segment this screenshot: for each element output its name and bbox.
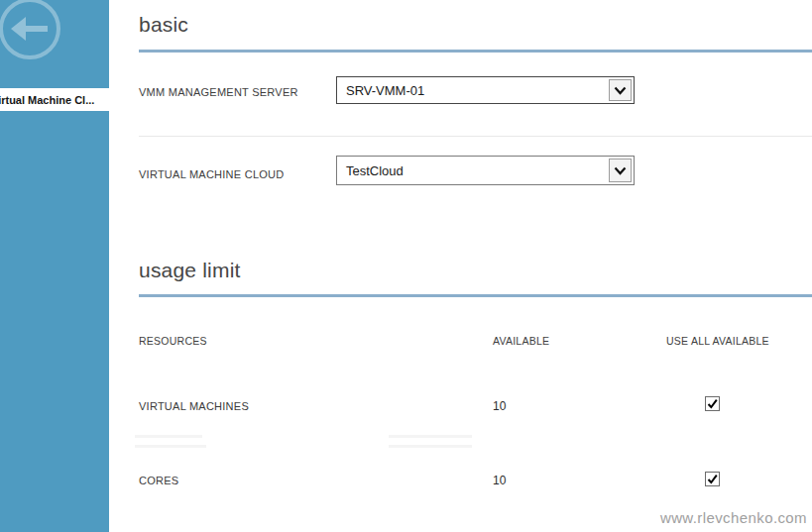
faint-divider: [135, 435, 202, 438]
basic-section-title: basic: [139, 13, 188, 37]
column-header-use-all-available: USE ALL AVAILABLE: [666, 335, 769, 347]
checkmark-icon: [706, 397, 719, 410]
usage-limit-section-title: usage limit: [139, 259, 241, 282]
faint-divider: [389, 435, 472, 438]
back-arrow-circle-icon: [0, 0, 63, 62]
column-header-resources: RESOURCES: [139, 335, 207, 347]
vmm-management-server-value: SRV-VMM-01: [346, 77, 424, 103]
resource-name: CORES: [139, 475, 178, 486]
basic-section-rule: [139, 50, 812, 53]
resource-name: VIRTUAL MACHINES: [139, 400, 249, 412]
virtual-machine-cloud-select[interactable]: TestCloud: [336, 156, 635, 185]
sidebar-item-label: Virtual Machine Cl...: [0, 94, 94, 106]
faint-divider: [389, 445, 472, 448]
chevron-down-icon: [614, 86, 627, 95]
sidebar-item-virtual-machine-clouds[interactable]: Virtual Machine Cl...: [0, 88, 109, 111]
field-separator: [139, 136, 812, 137]
available-value: 10: [493, 399, 506, 413]
virtual-machine-cloud-value: TestCloud: [346, 157, 404, 184]
dropdown-button[interactable]: [609, 159, 632, 182]
dropdown-button[interactable]: [609, 79, 632, 101]
vmm-management-server-label: VMM MANAGEMENT SERVER: [139, 86, 298, 98]
back-button[interactable]: [0, 0, 63, 62]
use-all-available-checkbox[interactable]: [705, 396, 720, 411]
wizard-page: Virtual Machine Cl... basic VMM MANAGEME…: [0, 0, 812, 532]
available-value: 10: [493, 474, 506, 487]
checkmark-icon: [706, 473, 719, 485]
watermark: www.rlevchenko.com: [660, 509, 807, 526]
use-all-available-checkbox[interactable]: [705, 472, 720, 486]
sidebar: Virtual Machine Cl...: [0, 0, 109, 532]
column-header-available: AVAILABLE: [493, 335, 549, 347]
faint-divider: [135, 445, 206, 448]
chevron-down-icon: [614, 166, 627, 175]
vmm-management-server-select[interactable]: SRV-VMM-01: [336, 76, 635, 104]
virtual-machine-cloud-label: VIRTUAL MACHINE CLOUD: [139, 168, 284, 180]
usage-limit-section-rule: [139, 294, 812, 297]
